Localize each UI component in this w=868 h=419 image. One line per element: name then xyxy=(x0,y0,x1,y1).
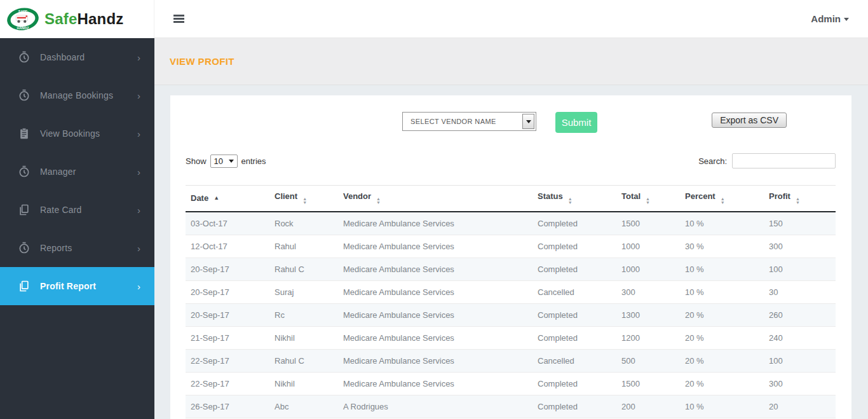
column-header-profit[interactable]: Profit▲▼ xyxy=(764,186,836,212)
sidebar-item-manage-bookings[interactable]: Manage Bookings › xyxy=(0,76,154,114)
cell-profit: 100 xyxy=(764,349,836,372)
sidebar-item-view-bookings[interactable]: View Bookings › xyxy=(0,114,154,153)
cell-client: Suraj xyxy=(269,280,338,303)
cell-status: Cancelled xyxy=(532,349,616,372)
cell-profit: 300 xyxy=(764,372,836,395)
submit-button[interactable]: Submit xyxy=(555,112,597,133)
sort-both-icon: ▲▼ xyxy=(568,197,573,205)
sidebar-item-rate-card[interactable]: Rate Card › xyxy=(0,191,154,229)
cell-status: Completed xyxy=(532,212,616,235)
cell-profit: 150 xyxy=(764,212,836,235)
table-header-row: Date▲Client▲▼Vendor▲▼Status▲▼Total▲▼Perc… xyxy=(186,186,836,212)
cell-total: 1300 xyxy=(616,303,680,326)
cell-status: Cancelled xyxy=(532,280,616,303)
chevron-right-icon: › xyxy=(137,167,140,177)
column-header-status[interactable]: Status▲▼ xyxy=(532,186,616,212)
chevron-down-icon xyxy=(844,18,849,21)
cell-date: 20-Sep-17 xyxy=(186,258,269,280)
brand-name: SafeHandz xyxy=(44,10,124,28)
column-header-date[interactable]: Date▲ xyxy=(186,186,269,212)
vendor-select[interactable]: SELECT VENDOR NAME xyxy=(402,112,536,131)
cell-status: Completed xyxy=(532,235,616,258)
page-size-select[interactable]: 10 xyxy=(210,155,238,168)
cell-percent: 20 % xyxy=(680,372,764,395)
cell-percent: 10 % xyxy=(680,395,764,418)
cell-profit: 20 xyxy=(764,395,836,418)
entries-label: entries xyxy=(241,156,266,166)
menu-toggle-icon[interactable] xyxy=(173,13,185,24)
table-row: 20-Sep-17SurajMedicare Ambulance Service… xyxy=(186,280,836,303)
profit-card: SELECT VENDOR NAME Submit Export as CSV … xyxy=(170,95,851,419)
search-label: Search: xyxy=(698,156,727,166)
copy-icon xyxy=(18,203,31,216)
stopwatch-icon xyxy=(18,242,31,254)
cell-total: 200 xyxy=(616,395,680,418)
table-row: 20-Sep-17RcMedicare Ambulance ServicesCo… xyxy=(186,303,836,326)
svg-text:SAFE: SAFE xyxy=(18,10,28,13)
cell-vendor: Medicare Ambulance Services xyxy=(338,303,532,326)
cell-profit: 260 xyxy=(764,303,836,326)
top-bar-right: Admin xyxy=(154,0,868,38)
chevron-right-icon: › xyxy=(137,52,140,63)
show-label: Show xyxy=(186,156,207,166)
chevron-right-icon: › xyxy=(137,90,140,101)
cell-total: 1200 xyxy=(616,326,680,349)
cell-percent: 20 % xyxy=(680,349,764,372)
chevron-right-icon: › xyxy=(137,281,140,292)
brand-name-safe: Safe xyxy=(44,10,78,27)
column-header-percent[interactable]: Percent▲▼ xyxy=(680,186,764,212)
cell-percent: 10 % xyxy=(680,258,764,280)
cell-total: 300 xyxy=(616,280,680,303)
cell-date: 22-Sep-17 xyxy=(186,372,269,395)
column-header-total[interactable]: Total▲▼ xyxy=(616,186,680,212)
cell-date: 12-Oct-17 xyxy=(186,235,269,258)
cell-status: Completed xyxy=(532,395,616,418)
cell-client: Rahul C xyxy=(269,258,338,280)
cell-client: Nikhil xyxy=(269,372,338,395)
cell-date: 20-Sep-17 xyxy=(186,303,269,326)
cell-client: Rock xyxy=(269,212,338,235)
sort-both-icon: ▲▼ xyxy=(376,197,381,205)
cell-date: 21-Sep-17 xyxy=(186,326,269,349)
chevron-right-icon: › xyxy=(137,128,140,139)
column-header-client[interactable]: Client▲▼ xyxy=(269,186,338,212)
list-controls: Show 10 entries Search: xyxy=(186,153,836,168)
admin-dropdown-label: Admin xyxy=(811,13,841,24)
cell-client: Nikhil xyxy=(269,326,338,349)
cell-vendor: Medicare Ambulance Services xyxy=(338,212,532,235)
cell-vendor: A Rodrigues xyxy=(338,395,532,418)
cell-status: Completed xyxy=(532,258,616,280)
svg-text:HANDZ: HANDZ xyxy=(17,26,30,30)
table-row: 22-Sep-17Rahul CMedicare Ambulance Servi… xyxy=(186,349,836,372)
cell-total: 1500 xyxy=(616,212,680,235)
page-title: VIEW PROFIT xyxy=(170,56,234,67)
sidebar-item-reports[interactable]: Reports › xyxy=(0,229,154,267)
admin-dropdown[interactable]: Admin xyxy=(811,13,849,24)
cell-client: Abc xyxy=(269,395,338,418)
search-input[interactable] xyxy=(732,153,836,168)
sort-both-icon: ▲▼ xyxy=(796,197,800,205)
sidebar-item-dashboard[interactable]: Dashboard › xyxy=(0,38,154,76)
vendor-select-arrow-button[interactable] xyxy=(522,114,534,129)
page-header: VIEW PROFIT xyxy=(154,38,868,85)
content-area: VIEW PROFIT SELECT VENDOR NAME Submit Ex… xyxy=(154,38,868,419)
sort-both-icon: ▲▼ xyxy=(302,197,307,205)
sidebar-item-manager[interactable]: Manager › xyxy=(0,153,154,191)
table-row: 03-Oct-17RockMedicare Ambulance Services… xyxy=(186,212,836,235)
column-header-vendor[interactable]: Vendor▲▼ xyxy=(338,186,532,212)
cell-total: 1000 xyxy=(616,235,680,258)
export-csv-button[interactable]: Export as CSV xyxy=(712,113,787,128)
sidebar-item-label: Reports xyxy=(40,243,137,253)
cell-percent: 20 % xyxy=(680,326,764,349)
cell-total: 500 xyxy=(616,349,680,372)
brand-logo[interactable]: SAFE HANDZ SafeHandz xyxy=(0,0,154,38)
cell-total: 1500 xyxy=(616,372,680,395)
cell-vendor: Medicare Ambulance Services xyxy=(338,326,532,349)
cell-vendor: Medicare Ambulance Services xyxy=(338,280,532,303)
cell-date: 26-Sep-17 xyxy=(186,395,269,418)
page-main: SELECT VENDOR NAME Submit Export as CSV … xyxy=(154,85,868,419)
toolbar-row: SELECT VENDOR NAME Submit Export as CSV xyxy=(186,112,836,133)
cell-vendor: Medicare Ambulance Services xyxy=(338,258,532,280)
sidebar-item-profit-report[interactable]: Profit Report › xyxy=(0,267,154,305)
chevron-right-icon: › xyxy=(137,243,140,254)
